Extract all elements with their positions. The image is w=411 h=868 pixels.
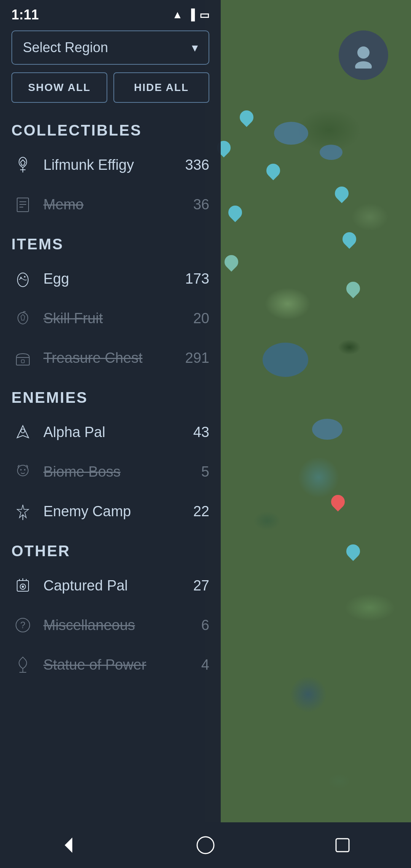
svg-point-16 [20,469,22,471]
item-label-statue-of-power: Statue of Power [43,657,186,673]
status-icons: ▲ ▐ ▭ [172,9,209,21]
item-count-memo: 36 [186,196,209,213]
item-label-alpha-pal: Alpha Pal [43,424,186,440]
item-count-skill-fruit: 20 [186,310,209,327]
chevron-down-icon: ▾ [192,40,198,55]
water-body [320,145,342,160]
svg-point-30 [197,837,214,854]
list-item-egg[interactable]: Egg173 [0,259,221,298]
item-label-miscellaneous: Miscellaneous [43,617,186,633]
memo-icon [11,193,34,216]
item-count-egg: 173 [185,271,209,287]
list-item-treasure-chest[interactable]: Treasure Chest291 [0,338,221,378]
action-buttons: SHOW ALL HIDE ALL [11,72,209,103]
list-item-lifmunk-effigy[interactable]: Lifmunk Effigy336 [0,145,221,185]
avatar-button[interactable] [339,30,388,80]
item-count-enemy-camp: 22 [186,503,209,520]
list-item-captured-pal[interactable]: Captured Pal27 [0,566,221,605]
home-icon [196,836,215,855]
list-item-statue-of-power[interactable]: Statue of Power4 [0,645,221,685]
alpha-pal-icon [11,421,34,444]
signal-icon: ▐ [187,9,195,21]
recent-icon [333,836,352,855]
map-terrain [206,0,411,868]
item-count-alpha-pal: 43 [186,424,209,440]
status-time: 1:11 [11,7,39,23]
back-icon [59,836,78,855]
item-label-skill-fruit: Skill Fruit [43,310,186,327]
treasure-chest-icon [11,346,34,369]
category-header-enemies: ENEMIES [0,381,221,412]
list-item-skill-fruit[interactable]: Skill Fruit20 [0,298,221,338]
item-count-captured-pal: 27 [186,578,209,594]
svg-point-17 [24,469,25,471]
effigy-icon [11,153,34,176]
list-item-miscellaneous[interactable]: ?Miscellaneous6 [0,605,221,645]
category-enemies: ENEMIESAlpha Pal43Biome Boss5Enemy Camp2… [0,381,221,531]
nav-bar [0,822,411,868]
home-button[interactable] [186,826,225,864]
item-count-statue-of-power: 4 [186,657,209,673]
svg-text:?: ? [20,620,25,630]
biome-boss-icon [11,460,34,483]
wifi-icon: ▲ [172,9,183,21]
item-label-treasure-chest: Treasure Chest [43,350,185,366]
water-body [312,419,342,440]
item-label-egg: Egg [43,271,185,287]
svg-rect-31 [336,839,349,852]
categories-container: COLLECTIBLESLifmunk Effigy336Memo36ITEMS… [0,114,221,685]
svg-marker-29 [65,838,72,853]
item-label-captured-pal: Captured Pal [43,578,186,594]
show-all-button[interactable]: SHOW ALL [11,72,107,103]
left-panel: 1:11 ▲ ▐ ▭ Select Region ▾ SHOW ALL HIDE… [0,0,221,868]
select-region-dropdown[interactable]: Select Region ▾ [11,30,209,65]
captured-pal-icon [11,574,34,597]
skill-fruit-icon [11,307,34,330]
item-label-memo: Memo [43,196,186,213]
water-body [274,122,308,145]
battery-icon: ▭ [199,9,209,21]
water-body [263,343,308,377]
avatar-icon [350,42,377,69]
category-collectibles: COLLECTIBLESLifmunk Effigy336Memo36 [0,114,221,224]
item-label-enemy-camp: Enemy Camp [43,503,186,520]
category-items: ITEMSEgg173Skill Fruit20Treasure Chest29… [0,228,221,378]
svg-rect-11 [16,357,29,365]
item-label-lifmunk-effigy: Lifmunk Effigy [43,157,185,173]
item-count-lifmunk-effigy: 336 [185,157,209,173]
svg-point-24 [22,586,24,588]
item-count-miscellaneous: 6 [186,617,209,633]
miscellaneous-icon: ? [11,614,34,637]
list-item-memo[interactable]: Memo36 [0,185,221,224]
list-item-biome-boss[interactable]: Biome Boss5 [0,452,221,491]
category-header-collectibles: COLLECTIBLES [0,114,221,145]
list-item-alpha-pal[interactable]: Alpha Pal43 [0,412,221,452]
back-button[interactable] [49,826,88,864]
category-header-other: OTHER [0,535,221,566]
svg-point-1 [355,61,372,69]
svg-rect-13 [21,360,24,363]
svg-point-14 [21,429,25,433]
item-label-biome-boss: Biome Boss [43,464,186,480]
status-bar: 1:11 ▲ ▐ ▭ [0,0,221,27]
egg-icon [11,267,34,290]
statue-of-power-icon [11,653,34,676]
select-region-label: Select Region [23,40,108,56]
category-header-items: ITEMS [0,228,221,259]
svg-point-15 [18,465,28,476]
list-item-enemy-camp[interactable]: Enemy Camp22 [0,491,221,531]
item-count-biome-boss: 5 [186,464,209,480]
hide-all-button[interactable]: HIDE ALL [113,72,209,103]
svg-point-0 [357,46,370,59]
recent-button[interactable] [323,826,362,864]
svg-point-9 [20,277,22,278]
category-other: OTHERCaptured Pal27?Miscellaneous6Statue… [0,535,221,685]
item-count-treasure-chest: 291 [185,350,209,366]
enemy-camp-icon [11,500,34,523]
svg-point-10 [24,276,25,278]
map-background [206,0,411,868]
